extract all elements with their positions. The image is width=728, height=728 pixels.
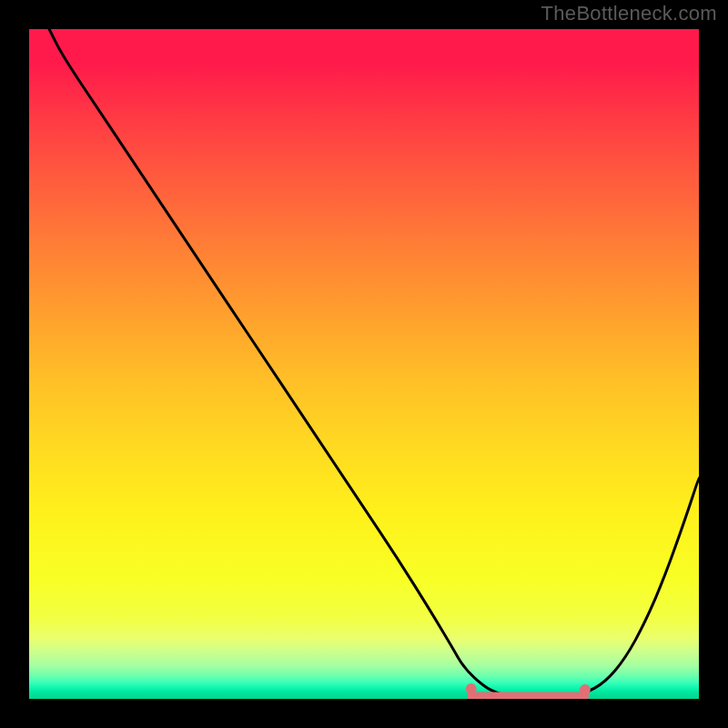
chart-container: TheBottleneck.com xyxy=(0,0,728,728)
marker-end-dot xyxy=(580,684,591,695)
bottleneck-curve xyxy=(49,29,699,699)
curve-group xyxy=(49,29,699,699)
plot-area xyxy=(29,29,699,699)
marker-start-dot xyxy=(466,683,477,694)
watermark-text: TheBottleneck.com xyxy=(541,2,717,25)
curve-svg xyxy=(29,29,699,699)
